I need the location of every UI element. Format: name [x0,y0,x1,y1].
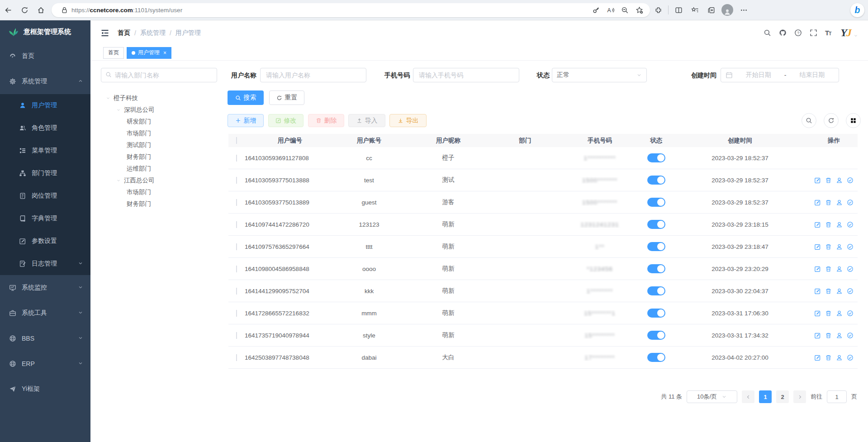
status-toggle[interactable] [647,176,665,185]
tab-user-management[interactable]: 用户管理 × [127,47,171,59]
date-range-picker[interactable]: 开始日期 - 结束日期 [721,68,839,82]
username-input[interactable] [260,68,366,82]
status-select[interactable]: 正常 [552,68,647,82]
copilot-icon[interactable]: b [850,3,864,17]
tree-node[interactable]: 测试部门 [101,139,223,151]
sidebar-item-2[interactable]: 用户管理 [0,94,90,117]
add-button[interactable]: 新增 [228,114,264,127]
export-button[interactable]: 导出 [389,114,427,127]
fullscreen-icon[interactable] [810,29,817,37]
table-row[interactable]: 1641030593775013889guest游客1500*******202… [228,191,858,214]
table-row[interactable]: 1641098004586958848oooo萌新*1234562023-03-… [228,258,858,280]
tree-node[interactable]: 深圳总公司 [101,104,223,116]
table-search-icon[interactable] [802,113,816,128]
back-icon[interactable] [0,2,16,18]
row-checkbox[interactable] [236,288,237,295]
tree-node[interactable]: 江西总公司 [101,175,223,186]
delete-button[interactable]: 删除 [308,114,344,127]
status-toggle[interactable] [647,353,665,362]
tree-expand-icon[interactable] [113,178,124,183]
status-toggle[interactable] [647,309,665,318]
status-toggle[interactable] [647,286,665,295]
sidebar-item-3[interactable]: 角色管理 [0,117,90,139]
phone-input[interactable] [413,68,519,82]
next-page-button[interactable] [793,390,806,403]
home-icon[interactable] [33,2,49,18]
favorites-bar-icon[interactable] [687,2,703,18]
column-settings-icon[interactable] [846,113,861,128]
tree-node[interactable]: 橙子科技 [101,92,223,104]
address-bar[interactable]: https://ccnetcore.com:1101/system/user A [52,3,650,17]
status-toggle[interactable] [647,242,665,251]
search-icon[interactable] [764,29,771,37]
sidebar-item-14[interactable]: Yi框架 [0,376,90,402]
row-checkbox[interactable] [236,155,237,162]
sidebar-item-11[interactable]: 系统工具 [0,300,90,326]
tree-node[interactable]: 财务部门 [101,198,223,210]
sidebar-item-7[interactable]: 字典管理 [0,207,90,230]
tree-node[interactable]: 财务部门 [101,151,223,163]
status-toggle[interactable] [647,220,665,229]
more-menu-icon[interactable] [735,2,752,18]
import-button[interactable]: 导入 [348,114,385,127]
add-favorite-icon[interactable] [632,2,646,18]
sidebar-item-13[interactable]: ERP [0,351,90,376]
table-row[interactable]: 1641728665572216832mmm萌新15*******12023-0… [228,302,858,324]
refresh-icon[interactable] [16,2,33,18]
split-screen-icon[interactable] [670,2,687,18]
sidebar-item-0[interactable]: 首页 [0,43,90,69]
status-toggle[interactable] [647,153,665,162]
row-checkbox[interactable] [236,199,237,206]
github-icon[interactable] [779,29,787,37]
table-row[interactable]: 1641441299095752704kkk萌新1********2023-03… [228,280,858,302]
zoom-out-icon[interactable] [617,2,632,18]
tree-node[interactable]: 市场部门 [101,128,223,139]
row-checkbox[interactable] [236,332,237,339]
search-button[interactable]: 搜索 [228,90,264,105]
table-row[interactable]: 1641030593775013888test测试1500*******2023… [228,169,858,191]
row-checkbox[interactable] [236,354,237,361]
table-refresh-icon[interactable] [824,113,839,128]
row-checkbox[interactable] [236,266,237,272]
table-row[interactable]: 1641097441472286720123123萌新1231241231202… [228,214,858,236]
status-toggle[interactable] [647,331,665,340]
sidebar-item-12[interactable]: BBS [0,326,90,351]
sidebar-item-4[interactable]: 菜单管理 [0,139,90,162]
sidebar-item-5[interactable]: 部门管理 [0,162,90,185]
breadcrumb-system[interactable]: 系统管理 [140,29,166,37]
table-row[interactable]: 1641030593691127808cc橙子1**********2023-0… [228,147,858,169]
help-icon[interactable]: ? [794,29,802,37]
row-checkbox[interactable] [236,221,237,228]
reset-button[interactable]: 重置 [269,90,304,105]
status-toggle[interactable] [647,198,665,207]
page-button-2[interactable]: 2 [776,390,789,403]
tree-expand-icon[interactable] [113,108,124,112]
table-row[interactable]: 1641735719040978944style萌新15********2023… [228,324,858,347]
prev-page-button[interactable] [742,390,754,403]
row-checkbox[interactable] [236,310,237,317]
tree-expand-icon[interactable] [103,96,114,100]
sidebar-item-9[interactable]: 日志管理 [0,252,90,275]
select-all-checkbox[interactable] [236,137,237,144]
table-row[interactable]: 1642503897748738048dabai大白17********2023… [228,347,858,369]
dept-search-input[interactable] [101,68,217,82]
table-row[interactable]: 1641097576365297664tttt萌新1**2023-03-29 2… [228,236,858,258]
tree-node[interactable]: 市场部门 [101,186,223,198]
tab-close-icon[interactable]: × [163,50,166,56]
tree-node[interactable]: 运维部门 [101,163,223,175]
sidebar-item-10[interactable]: 系统监控 [0,275,90,300]
sidebar-item-1[interactable]: 系统管理 [0,69,90,94]
row-checkbox[interactable] [236,243,237,250]
tree-node[interactable]: 研发部门 [101,116,223,128]
user-logo[interactable]: YJ [840,27,858,39]
page-button-1[interactable]: 1 [759,390,772,403]
sidebar-toggle-icon[interactable] [100,29,109,38]
collections-icon[interactable] [703,2,719,18]
key-icon[interactable] [588,2,603,18]
font-size-icon[interactable]: TT [825,29,831,37]
goto-page-input[interactable] [827,390,847,403]
row-checkbox[interactable] [236,177,237,184]
extensions-icon[interactable] [650,2,666,18]
page-size-select[interactable]: 10条/页 [687,390,737,403]
read-aloud-icon[interactable]: A [603,2,617,18]
